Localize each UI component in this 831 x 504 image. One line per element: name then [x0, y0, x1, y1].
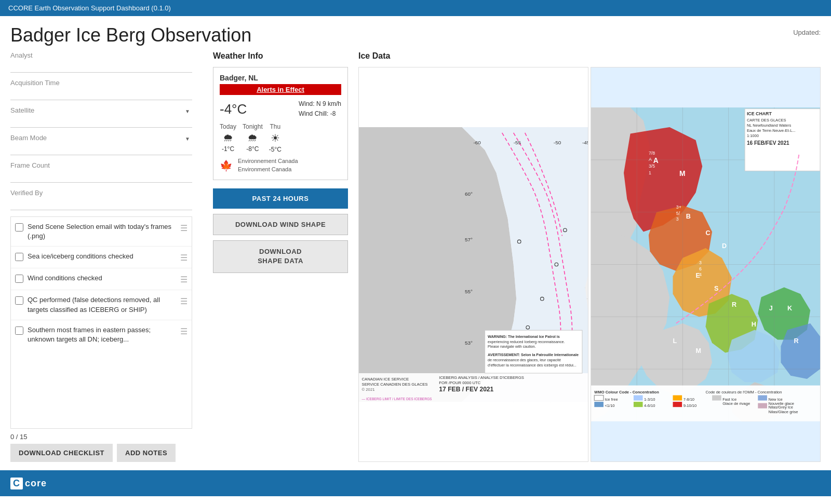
svg-text:WARNING: The International Ice: WARNING: The International Ice Patrol is [488, 335, 560, 339]
acquisition-time-label: Acquisition Time [10, 79, 192, 87]
svg-text:<1/10: <1/10 [605, 403, 614, 408]
svg-text:Code de couleurs de l'OMM - Co: Code de couleurs de l'OMM - Concentratio… [706, 390, 782, 394]
svg-text:-60: -60 [474, 140, 481, 145]
download-shape-button[interactable]: DOWNLOADSHAPE DATA [213, 240, 348, 273]
notes-icon: ☰ [180, 275, 187, 284]
svg-text:A: A [649, 157, 652, 162]
weather-forecast: Today 🌧 -1°C Tonight 🌧 -8°C Thu ☀ -5°C [220, 123, 341, 153]
ice-map-left: -60 -55 -50 -45 60° 57° 55° 53° [358, 67, 588, 462]
svg-text:7-8/10: 7-8/10 [683, 397, 694, 402]
app-title: CCORE Earth Observation Support Dashboar… [8, 4, 171, 12]
checklist-checkbox[interactable] [15, 326, 23, 335]
forecast-icon: ☀ [271, 132, 280, 144]
satellite-wrapper: Satellite [10, 106, 192, 128]
ccore-logo: C core [10, 478, 47, 489]
checklist-item-text: Sea ice/iceberg conditions checked [28, 252, 176, 261]
svg-text:5/: 5/ [676, 211, 680, 216]
middle-panel: Weather Info Badger, NL Alerts in Effect… [203, 51, 358, 462]
beam-mode-wrapper: Beam Mode [10, 134, 192, 155]
download-checklist-button[interactable]: DOWNLOAD CHECKLIST [10, 444, 113, 462]
svg-rect-95 [758, 396, 767, 401]
satellite-label: Satellite [10, 106, 192, 114]
checklist-checkbox[interactable] [15, 275, 23, 283]
checklist-checkbox[interactable] [15, 223, 23, 231]
main-content: Badger Ice Berg Observation Updated: Ana… [0, 16, 831, 470]
provider1: Environnement Canada [238, 157, 298, 165]
frame-count-field: Frame Count [10, 161, 192, 183]
svg-text:Please navigate with caution.: Please navigate with caution. [488, 345, 536, 349]
svg-text:3: 3 [699, 261, 702, 266]
checklist-checkbox[interactable] [15, 253, 23, 261]
svg-text:-45: -45 [582, 140, 588, 145]
weather-temp: -4°C [220, 101, 247, 117]
svg-text:NL Newfoundland Waters: NL Newfoundland Waters [747, 123, 792, 128]
acquisition-time-input[interactable] [10, 88, 192, 100]
weather-wind-info: Wind: N 9 km/h Wind Chill: -8 [299, 99, 341, 119]
svg-text:Ice free: Ice free [605, 397, 618, 402]
wind-chill: Wind Chill: -8 [299, 109, 341, 119]
svg-text:experiencing reduced Iceberg r: experiencing reduced Iceberg reconnaissa… [488, 340, 565, 344]
past-24h-button[interactable]: PAST 24 HOURS [213, 188, 348, 209]
footer: C core [0, 470, 831, 496]
beam-mode-select[interactable] [10, 143, 192, 155]
analyst-input[interactable] [10, 60, 192, 73]
title-row: Badger Ice Berg Observation Updated: [10, 24, 821, 46]
svg-text:1-3/10: 1-3/10 [644, 397, 655, 402]
checklist-item-text: QC performed (false detections removed, … [28, 295, 176, 314]
svg-rect-84 [634, 396, 643, 401]
svg-text:d'effectuer la reconnaissance : d'effectuer la reconnaissance des iceber… [488, 363, 577, 367]
verified-by-label: Verified By [10, 189, 192, 197]
checklist-item: Sea ice/iceberg conditions checked ☰ [11, 247, 192, 268]
weather-temp-row: -4°C Wind: N 9 km/h Wind Chill: -8 [220, 99, 341, 119]
wind-label: Wind: N 9 km/h [299, 99, 341, 109]
svg-rect-86 [634, 402, 643, 407]
analyst-label: Analyst [10, 51, 192, 59]
color-map-svg: A M B C D E S R H J K R L M [591, 67, 820, 461]
provider2: Environment Canada [238, 166, 298, 173]
svg-text:4-6/10: 4-6/10 [644, 403, 655, 408]
wind-chill-label: Wind Chill: [299, 110, 328, 117]
svg-text:Fast Ice: Fast Ice [722, 397, 736, 402]
checklist-item: Send Scene Selection email with today's … [11, 217, 192, 247]
forecast-temp: -1°C [222, 145, 234, 153]
checklist-container: Send Scene Selection email with today's … [10, 216, 192, 429]
forecast-temp: -5°C [269, 146, 282, 153]
verified-by-input[interactable] [10, 198, 192, 210]
acquisition-time-field: Acquisition Time [10, 79, 192, 100]
notes-icon: ☰ [180, 223, 187, 233]
svg-text:R: R [794, 337, 799, 345]
svg-text:D: D [722, 242, 727, 250]
svg-rect-90 [673, 402, 682, 407]
frame-count-input[interactable] [10, 170, 192, 183]
wind-value: N 9 km/h [316, 100, 341, 107]
beam-mode-field: Beam Mode [10, 134, 192, 155]
svg-text:S: S [714, 285, 718, 292]
svg-text:9-10/10: 9-10/10 [683, 403, 697, 408]
logo-text: core [25, 478, 47, 489]
updated-label: Updated: [793, 24, 821, 36]
svg-text:de reconnaissance des glaces, : de reconnaissance des glaces, leur capac… [488, 358, 561, 362]
svg-text:ICEBERG ANALYSIS / ANALYSE D'I: ICEBERG ANALYSIS / ANALYSE D'ICEBERGS [439, 375, 524, 380]
env-canada-label: Environnement Canada Environment Canada [238, 157, 298, 173]
svg-text:L: L [673, 337, 677, 345]
forecast-day: Today 🌧 -1°C [220, 123, 236, 153]
svg-text:3: 3 [676, 216, 679, 222]
satellite-select[interactable] [10, 115, 192, 128]
right-panel: Ice Data [358, 51, 821, 462]
svg-text:Glace de rivage: Glace de rivage [722, 401, 750, 406]
svg-rect-88 [673, 396, 682, 401]
add-notes-button[interactable]: ADD NOTES [117, 444, 176, 462]
weather-location: Badger, NL [220, 74, 341, 82]
download-wind-button[interactable]: DOWNLOAD WIND SHAPE [213, 214, 348, 235]
svg-text:4: 4 [699, 272, 702, 277]
svg-text:M: M [679, 169, 686, 178]
svg-text:3+: 3+ [676, 205, 681, 210]
checklist-item: Southern most frames in eastern passes; … [11, 320, 192, 349]
logo-c-letter: C [10, 478, 23, 489]
checklist-checkbox[interactable] [15, 296, 23, 305]
svg-text:-55: -55 [514, 140, 521, 145]
svg-text:CARTE DES GLACES: CARTE DES GLACES [747, 118, 786, 122]
canada-flag: 🍁 [220, 159, 233, 172]
svg-text:H: H [752, 321, 756, 328]
svg-text:ICE CHART: ICE CHART [747, 111, 772, 116]
